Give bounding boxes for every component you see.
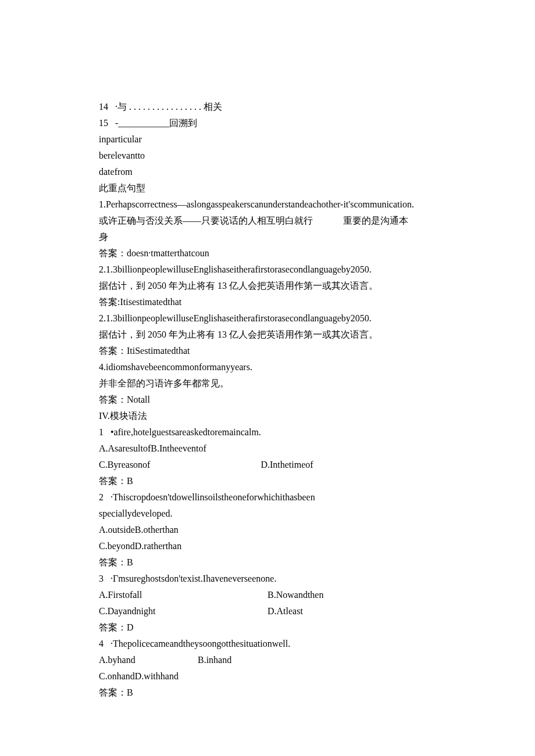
answer-line: 答案：B	[99, 554, 436, 571]
option-d: D.Inthetimeof	[261, 457, 313, 473]
question-line: 2 ·Thiscropdoesn'tdowellinsoilstheonefor…	[99, 489, 436, 506]
spacer	[313, 213, 343, 229]
text-line: 15 -___________回溯到	[99, 115, 436, 131]
answer-line: 答案：B	[99, 473, 436, 489]
text-line: 据估计，到 2050 年为止将有 13 亿人会把英语用作第一或其次语言。	[99, 327, 436, 343]
option-line: C.onhandD.withhand	[99, 668, 436, 685]
option-line: A.AsaresultofB.Intheeventof	[99, 440, 436, 457]
question-line: 1 •afire,hotelguestsareaskedtoremaincalm…	[99, 424, 436, 440]
spacer	[150, 457, 261, 473]
option-line: A.outsideB.otherthan	[99, 522, 436, 538]
text-line: 14 ·与 . . . . . . . . . . . . . . . . 相关	[99, 99, 436, 115]
document-page: 14 ·与 . . . . . . . . . . . . . . . . 相关…	[0, 0, 535, 756]
answer-line: 答案：doesn·tmatterthatcoun	[99, 245, 436, 261]
option-d: D.Atleast	[268, 603, 303, 619]
option-b: B.Nowandthen	[268, 587, 323, 603]
option-line: A.Firstofall B.Nowandthen	[99, 587, 436, 603]
option-b: B.inhand	[198, 652, 231, 668]
option-a: A.byhand	[99, 652, 198, 668]
option-line: C.Byreasonof D.Inthetimeof	[99, 457, 436, 473]
text-line: 身	[99, 229, 436, 245]
question-line: 3 ·Γmsureghostsdon'texist.Ihaveneverseen…	[99, 571, 436, 587]
option-c: C.Dayandnight	[99, 603, 268, 619]
text-line: speciallydeveloped.	[99, 506, 436, 522]
text-line: 4.idiomshavebeencommonformanyyears.	[99, 359, 436, 375]
text-line: 2.1.3billionpeoplewilluseEnglishaseither…	[99, 261, 436, 278]
answer-line: 答案:Itisestimatedthat	[99, 294, 436, 310]
text-line: 1.Perhapscorrectness—aslongasspeakerscan…	[99, 196, 436, 213]
answer-line: 答案：D	[99, 619, 436, 636]
text-segment: 或许正确与否没关系——只要说话的人相互明白就行	[99, 213, 313, 229]
option-c: C.Byreasonof	[99, 457, 150, 473]
text-line: 据估计，到 2050 年为止将有 13 亿人会把英语用作第一或其次语言。	[99, 278, 436, 294]
question-line: 4 ·Thepolicecameandtheysoongotthesituati…	[99, 636, 436, 652]
text-line: inparticular	[99, 131, 436, 148]
text-line: 2.1.3billionpeoplewilluseEnglishaseither…	[99, 310, 436, 327]
text-segment: 重要的是沟通本	[343, 213, 408, 229]
section-heading: 此重点句型	[99, 180, 436, 196]
option-line: A.byhand B.inhand	[99, 652, 436, 668]
text-line: datefrom	[99, 164, 436, 180]
option-line: C.Dayandnight D.Atleast	[99, 603, 436, 619]
section-heading: IV.模块语法	[99, 408, 436, 424]
answer-line: 答案：B	[99, 685, 436, 701]
text-line: 或许正确与否没关系——只要说话的人相互明白就行 重要的是沟通本	[99, 213, 436, 229]
answer-line: 答案：ItiSestimatedthat	[99, 343, 436, 359]
text-line: berelevantto	[99, 148, 436, 164]
option-line: C.beyondD.ratherthan	[99, 538, 436, 554]
option-a: A.Firstofall	[99, 587, 268, 603]
text-line: 并非全部的习语许多年都常见。	[99, 375, 436, 392]
answer-line: 答案：Notall	[99, 392, 436, 408]
